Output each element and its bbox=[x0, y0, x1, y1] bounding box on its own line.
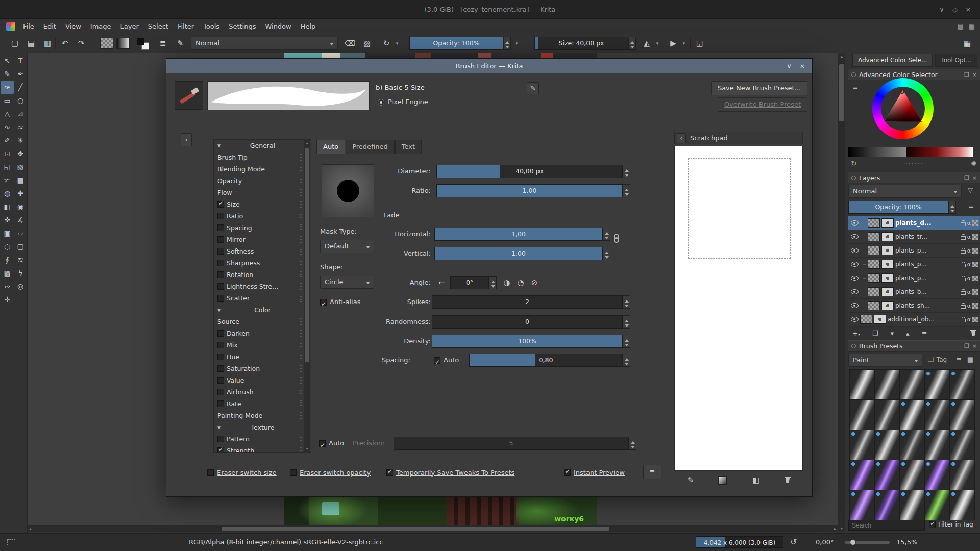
inherit-alpha-icon[interactable] bbox=[972, 248, 978, 254]
precision-spin[interactable] bbox=[629, 437, 636, 450]
blending-mode-dropdown[interactable]: Normal bbox=[191, 37, 338, 50]
option-checkbox[interactable] bbox=[217, 354, 224, 360]
brush-preset-3[interactable] bbox=[900, 370, 924, 399]
hsv-triangle[interactable] bbox=[883, 88, 923, 129]
float-docker-icon[interactable]: ❐ bbox=[964, 174, 969, 181]
layer-row-plants-b[interactable]: plants_b...α bbox=[848, 285, 980, 299]
undo-icon[interactable]: ↶ bbox=[58, 37, 71, 50]
tool-ellipse-select[interactable]: ◌ bbox=[1, 240, 14, 253]
scratchpad-gradient-fill-icon[interactable] bbox=[718, 476, 727, 485]
tool-rect-select[interactable]: ▱ bbox=[14, 227, 27, 240]
option-checkbox[interactable] bbox=[217, 248, 224, 255]
brush-option-texture[interactable]: ▼Texture bbox=[214, 421, 311, 433]
mirror-horizontal-icon[interactable]: ◭ bbox=[640, 37, 653, 50]
brush-option-scatter[interactable]: Scatter bbox=[214, 292, 311, 304]
tool-freehand-select[interactable]: ∮ bbox=[1, 253, 14, 266]
selector-settings-icon[interactable]: ✺ bbox=[969, 159, 978, 168]
tool-magnetic-select[interactable]: ϟ bbox=[14, 266, 27, 280]
fade-vertical-spin[interactable] bbox=[603, 247, 610, 260]
brush-option-source[interactable]: Source bbox=[214, 316, 311, 328]
brush-preset-20[interactable] bbox=[950, 460, 974, 490]
refresh-icon[interactable]: ↻ bbox=[849, 159, 859, 168]
layer-lock-icon[interactable] bbox=[961, 278, 966, 281]
section-collapse-icon[interactable]: ▼ bbox=[217, 308, 221, 313]
save-tweaks-checkbox[interactable] bbox=[386, 469, 393, 476]
option-checkbox[interactable] bbox=[217, 377, 224, 384]
tool-dynamic-brush[interactable]: ✐ bbox=[1, 134, 14, 147]
drag-handle-icon[interactable] bbox=[300, 400, 302, 407]
drag-handle-icon[interactable] bbox=[300, 201, 302, 208]
link-fade-icon[interactable] bbox=[614, 234, 620, 243]
drag-handle-icon[interactable] bbox=[300, 283, 302, 290]
preset-tag-dropdown[interactable]: Paint bbox=[848, 354, 922, 367]
scroll-left-icon[interactable]: ◂ bbox=[29, 527, 31, 531]
color-shade-strip[interactable] bbox=[906, 147, 973, 157]
layer-name[interactable]: plants_tr... bbox=[895, 233, 959, 240]
option-checkbox[interactable] bbox=[217, 213, 224, 219]
drag-handle-icon[interactable] bbox=[300, 412, 302, 419]
close-docker-icon[interactable]: × bbox=[972, 71, 977, 78]
drag-handle-icon[interactable] bbox=[300, 436, 302, 442]
spikes-spin[interactable] bbox=[623, 295, 630, 309]
menu-window[interactable]: Window bbox=[260, 19, 296, 34]
option-checkbox[interactable] bbox=[217, 201, 224, 208]
tool-color-sampler[interactable]: ✃ bbox=[1, 173, 14, 187]
save-new-brush-preset-button[interactable]: Save New Brush Preset... bbox=[711, 81, 807, 95]
options-scrollbar[interactable]: ▴ ▾ bbox=[304, 140, 310, 452]
scroll-down-icon[interactable]: ▾ bbox=[304, 446, 310, 451]
move-layer-up-icon[interactable]: ▴ bbox=[906, 330, 910, 337]
grid-view-icon[interactable]: ▦ bbox=[966, 355, 975, 364]
menu-edit[interactable]: Edit bbox=[39, 19, 61, 34]
layer-visibility-icon[interactable] bbox=[851, 276, 859, 281]
opacity-caret-icon[interactable]: ▾ bbox=[513, 37, 520, 50]
option-checkbox[interactable] bbox=[217, 236, 224, 243]
tool-freehand-brush[interactable]: ✑ bbox=[1, 81, 14, 94]
layer-row-plants-sh[interactable]: plants_sh...α bbox=[848, 299, 980, 313]
drag-handle-icon[interactable] bbox=[300, 166, 302, 172]
brush-tab-auto[interactable]: Auto bbox=[316, 140, 345, 154]
layer-name[interactable]: plants_p... bbox=[895, 274, 959, 282]
tool-calligraphy[interactable]: ✒ bbox=[14, 67, 27, 81]
fade-vertical-slider[interactable]: 1,00 bbox=[434, 247, 603, 260]
list-view-icon[interactable]: ≡ bbox=[954, 355, 964, 364]
tool-similar-select[interactable]: ≋ bbox=[14, 253, 27, 266]
ratio-spin[interactable] bbox=[623, 184, 630, 197]
color-selector-header[interactable]: Advanced Color Selector ❐ × bbox=[848, 69, 980, 80]
layer-name[interactable]: plants_p... bbox=[895, 261, 959, 268]
layer-lock-icon[interactable] bbox=[961, 222, 966, 226]
tool-transform[interactable]: ⊡ bbox=[1, 147, 14, 160]
tool-zoom[interactable]: ◎ bbox=[14, 280, 27, 293]
layer-thumbnail[interactable] bbox=[868, 246, 880, 255]
brush-option-mix[interactable]: Mix bbox=[214, 339, 311, 351]
tool-freehand-path[interactable]: ≈ bbox=[14, 120, 27, 134]
horizontal-scroll-thumb[interactable] bbox=[222, 527, 609, 531]
alpha-lock-icon[interactable]: α bbox=[967, 289, 971, 295]
drag-handle-icon[interactable] bbox=[300, 271, 302, 278]
option-checkbox[interactable] bbox=[217, 400, 224, 407]
brush-option-saturation[interactable]: Saturation bbox=[214, 363, 311, 374]
tool-rectangle[interactable]: ▭ bbox=[1, 94, 14, 107]
docker-tab-tool-opt[interactable]: Tool Opt... bbox=[935, 54, 977, 67]
float-docker-icon[interactable]: ❐ bbox=[964, 71, 969, 78]
drag-handle-icon[interactable] bbox=[300, 295, 302, 302]
selector-shape-icon[interactable]: ≡ bbox=[851, 83, 860, 92]
workspace-chooser-icon[interactable]: ▦ bbox=[969, 22, 975, 30]
open-document-icon[interactable]: ▤ bbox=[24, 37, 38, 50]
brush-preset-8[interactable] bbox=[900, 400, 924, 430]
randomness-spin[interactable] bbox=[623, 315, 630, 329]
layer-visibility-icon[interactable] bbox=[851, 289, 859, 294]
spikes-slider[interactable]: 2 bbox=[432, 295, 623, 309]
tool-bezier-select[interactable]: ∾ bbox=[1, 280, 14, 293]
brush-preset-11[interactable] bbox=[850, 430, 874, 460]
menu-view[interactable]: View bbox=[61, 19, 86, 34]
menu-settings[interactable]: Settings bbox=[224, 19, 260, 34]
brush-editor-icon[interactable]: ✎ bbox=[174, 37, 187, 50]
window-maximize-icon[interactable]: ◇ bbox=[948, 0, 962, 19]
layer-thumbnail[interactable] bbox=[868, 301, 880, 310]
drag-handle-icon[interactable] bbox=[300, 213, 302, 219]
option-checkbox[interactable] bbox=[217, 283, 224, 290]
section-collapse-icon[interactable]: ▼ bbox=[217, 425, 221, 430]
layer-filter-icon[interactable]: ▽ bbox=[966, 186, 975, 195]
eraser-switch-opacity-checkbox[interactable] bbox=[290, 469, 297, 476]
brush-preset-13[interactable] bbox=[900, 430, 924, 460]
